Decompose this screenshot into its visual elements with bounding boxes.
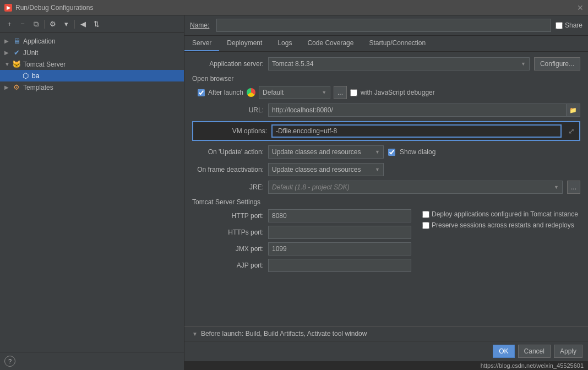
on-frame-value: Update classes and resources (272, 166, 361, 173)
close-icon[interactable]: ✕ (577, 3, 584, 12)
expand-arrow: ▼ (4, 61, 10, 67)
on-frame-row: On frame deactivation: Update classes an… (192, 163, 580, 176)
folder-icon[interactable]: 📁 (566, 104, 580, 116)
https-port-label: HTTPs port: (192, 228, 264, 236)
app-server-label: Application server: (192, 60, 264, 68)
window-title: Run/Debug Configurations (15, 4, 93, 12)
preserve-sessions-row: Preserve sessions across restarts and re… (422, 221, 580, 229)
tab-logs[interactable]: Logs (270, 36, 300, 51)
preserve-sessions-label: Preserve sessions across restarts and re… (432, 221, 574, 229)
bottom-url-bar: https://blog.csdn.net/weixin_45525601 (184, 361, 588, 370)
browser-ellipsis-button[interactable]: ... (334, 86, 347, 99)
jre-label: JRE: (192, 183, 264, 191)
ba-icon: ⬡ (21, 72, 30, 80)
before-launch-bar: ▼ Before launch: Build, Build Artifacts,… (184, 326, 588, 341)
jre-row: JRE: Default (1.8 - project SDK) ▼ ... (192, 181, 580, 194)
ok-button[interactable]: OK (493, 345, 514, 358)
name-bar: Name: Share (184, 15, 588, 36)
expand-arrow: ▶ (4, 84, 10, 90)
js-debugger-checkbox[interactable] (350, 89, 357, 96)
dropdown-arrow-icon: ▼ (521, 61, 526, 67)
jre-ellipsis-button[interactable]: ... (567, 181, 580, 194)
tab-server[interactable]: Server (184, 36, 219, 51)
jmx-port-input[interactable] (268, 242, 411, 255)
server-settings-header: Tomcat Server Settings (192, 198, 580, 206)
tree-item-ba[interactable]: ⬡ ba (0, 70, 184, 81)
http-port-label: HTTP port: (192, 212, 264, 220)
tree-item-tomcat[interactable]: ▼ 🐱 Tomcat Server (0, 58, 184, 70)
jmx-port-label: JMX port: (192, 245, 264, 253)
after-launch-row: After launch Default ▼ ... with JavaScri… (192, 86, 580, 99)
jre-dropdown[interactable]: Default (1.8 - project SDK) ▼ (268, 181, 563, 194)
vm-options-input[interactable] (271, 124, 562, 138)
vm-options-row: VM options: ⤢ (192, 121, 580, 141)
jre-value: Default (1.8 - project SDK) (272, 183, 350, 191)
tree-item-junit[interactable]: ▶ ✔ JUnit (0, 47, 184, 58)
url-input-wrap: 📁 (268, 104, 580, 117)
name-label: Name: (190, 21, 212, 29)
expand-arrow: ▶ (4, 38, 10, 44)
https-port-input[interactable] (268, 226, 411, 239)
apply-button[interactable]: Apply (554, 345, 582, 358)
left-bottom-bar: ? (0, 352, 184, 370)
on-update-dropdown[interactable]: Update classes and resources ▼ (268, 145, 384, 159)
copy-button[interactable]: ⧉ (30, 18, 42, 30)
url-label: URL: (192, 106, 264, 114)
app-server-dropdown[interactable]: Tomcat 8.5.34 ▼ (268, 57, 530, 70)
share-checkbox-row: Share (556, 21, 582, 29)
on-update-row: On 'Update' action: Update classes and r… (192, 145, 580, 159)
share-label: Share (565, 21, 582, 29)
http-port-row: HTTP port: (192, 209, 411, 222)
tab-deployment[interactable]: Deployment (219, 36, 270, 51)
dropdown-arrow-button[interactable]: ▾ (60, 18, 72, 30)
app-icon: ▶ (4, 4, 12, 12)
show-dialog-checkbox[interactable] (388, 149, 395, 156)
http-port-input[interactable] (268, 209, 411, 222)
tree-item-templates[interactable]: ▶ ⚙ Templates (0, 81, 184, 93)
settings-button[interactable]: ⚙ (47, 18, 59, 30)
app-server-value: Tomcat 8.5.34 (272, 60, 313, 68)
preserve-sessions-checkbox[interactable] (422, 222, 429, 229)
chevron-down-icon: ▼ (322, 90, 326, 95)
cancel-button[interactable]: Cancel (518, 345, 551, 358)
templates-label: Templates (23, 84, 53, 91)
tab-startup-connection[interactable]: Startup/Connection (361, 36, 433, 51)
vm-expand-button[interactable]: ⤢ (566, 127, 577, 135)
after-launch-label: After launch (208, 89, 243, 96)
share-checkbox[interactable] (556, 22, 563, 29)
ajp-port-input[interactable] (268, 259, 411, 272)
expand-arrow: ▶ (4, 50, 10, 56)
jmx-port-row: JMX port: (192, 242, 411, 255)
left-panel: + − ⧉ ⚙ ▾ ◀ ⇅ ▶ 🖥 Application ▶ ✔ JUnit (0, 15, 184, 370)
before-launch-arrow[interactable]: ▼ (192, 331, 198, 337)
after-launch-checkbox[interactable] (198, 89, 205, 96)
tab-code-coverage[interactable]: Code Coverage (300, 36, 361, 51)
help-button[interactable]: ? (4, 356, 15, 367)
ajp-port-row: AJP port: (192, 259, 411, 272)
move-button[interactable]: ◀ (77, 18, 89, 30)
js-debugger-label: with JavaScript debugger (361, 89, 435, 96)
on-frame-label: On frame deactivation: (192, 166, 264, 173)
ajp-port-label: AJP port: (192, 262, 264, 269)
tomcat-icon: 🐱 (12, 60, 21, 68)
tree-item-application[interactable]: ▶ 🖥 Application (0, 35, 184, 47)
junit-label: JUnit (23, 49, 38, 57)
configure-button[interactable]: Configure... (534, 57, 580, 70)
name-input[interactable] (216, 19, 551, 32)
https-port-row: HTTPs port: (192, 226, 411, 239)
add-button[interactable]: + (3, 18, 15, 30)
toolbar: + − ⧉ ⚙ ▾ ◀ ⇅ (0, 15, 184, 33)
on-frame-dropdown[interactable]: Update classes and resources ▼ (268, 163, 384, 176)
bottom-url-text: https://blog.csdn.net/weixin_45525601 (481, 362, 584, 369)
vm-options-label: VM options: (195, 127, 267, 135)
sort-button[interactable]: ⇅ (90, 18, 102, 30)
browser-dropdown[interactable]: Default ▼ (259, 86, 330, 99)
url-input[interactable] (269, 105, 566, 115)
tree-container: ▶ 🖥 Application ▶ ✔ JUnit ▼ 🐱 Tomcat Ser… (0, 33, 184, 352)
template-icon: ⚙ (12, 83, 21, 91)
remove-button[interactable]: − (17, 18, 29, 30)
browser-value: Default (263, 89, 284, 96)
show-dialog-label: Show dialog (400, 148, 435, 156)
tomcat-settings-section: Tomcat Server Settings HTTP port: HTTPs … (192, 198, 580, 275)
deploy-apps-checkbox[interactable] (422, 211, 429, 218)
